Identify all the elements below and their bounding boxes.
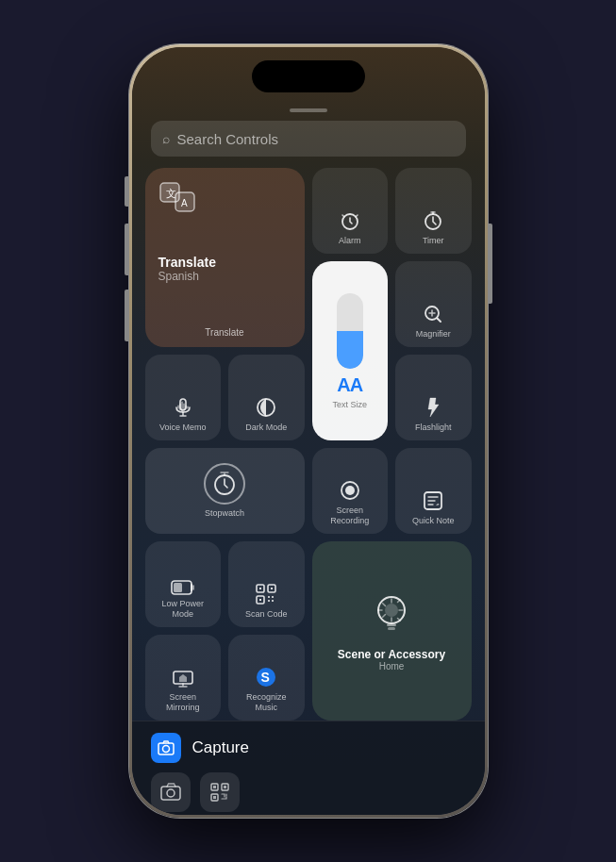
search-placeholder: Search Controls — [177, 131, 279, 147]
controls-area: 文 A Translate Spanish Translate — [145, 168, 472, 721]
translate-control[interactable]: 文 A Translate Spanish Translate — [145, 168, 305, 347]
alarm-icon — [339, 209, 361, 232]
capture-section[interactable]: Capture — [151, 733, 466, 763]
controls-grid: 文 A Translate Spanish Translate — [145, 168, 472, 721]
search-bar[interactable]: ⌕ Search Controls — [151, 121, 466, 157]
power-button[interactable] — [489, 224, 492, 304]
lowpower-label: Low PowerMode — [161, 599, 204, 620]
screenrecording-control[interactable]: ScreenRecording — [312, 448, 389, 534]
svg-rect-18 — [259, 588, 261, 589]
stopwatch-icon — [204, 463, 245, 505]
svg-rect-36 — [224, 786, 226, 788]
svg-rect-19 — [271, 588, 273, 589]
bottom-camera-icon[interactable] — [151, 772, 191, 812]
flashlight-icon — [422, 396, 444, 419]
svg-rect-23 — [387, 623, 396, 626]
scancode-label: Scan Code — [245, 609, 288, 620]
alarm-control[interactable]: Alarm — [312, 168, 389, 254]
svg-rect-20 — [259, 599, 261, 601]
shazam-icon: S — [255, 666, 277, 688]
volume-up-button[interactable] — [125, 224, 128, 275]
svg-rect-37 — [213, 796, 216, 799]
screenmirroring-icon — [172, 670, 194, 688]
timer-icon — [422, 209, 444, 232]
textsize-label: Text Size — [332, 400, 367, 409]
mute-button[interactable] — [125, 176, 128, 207]
screenmirroring-label: ScreenMirroring — [166, 692, 200, 713]
svg-rect-30 — [161, 787, 180, 800]
scancode-icon — [255, 583, 277, 605]
scancode-control[interactable]: Scan Code — [228, 541, 305, 627]
svg-text:A: A — [181, 198, 188, 208]
svg-rect-24 — [388, 627, 395, 630]
bottom-qr-icon[interactable] — [200, 772, 240, 812]
svg-point-29 — [162, 746, 169, 753]
shazam-control[interactable]: S RecognizeMusic — [228, 635, 305, 721]
voicememo-label: Voice Memo — [159, 423, 207, 433]
darkmode-icon — [255, 396, 277, 419]
magnifier-label: Magnifier — [416, 329, 451, 340]
svg-rect-35 — [213, 786, 216, 788]
svg-text:文: 文 — [166, 188, 176, 199]
volume-down-button[interactable] — [125, 290, 128, 341]
search-icon: ⌕ — [162, 131, 170, 146]
phone-frame: ⌕ Search Controls 文 A — [129, 44, 488, 818]
textsize-control[interactable]: AA Text Size — [312, 261, 389, 440]
quicknote-icon — [422, 489, 444, 512]
svg-rect-14 — [174, 583, 182, 592]
stopwatch-control[interactable]: Stopwatch — [145, 448, 305, 534]
quicknote-control[interactable]: Quick Note — [395, 448, 472, 534]
svg-text:S: S — [261, 670, 270, 685]
bottom-bar: Capture — [132, 721, 485, 815]
textsize-aa: AA — [337, 374, 362, 396]
phone-screen: ⌕ Search Controls 文 A — [132, 47, 485, 815]
scene-control[interactable]: Scene or Accessory Home — [312, 541, 472, 721]
lowpower-icon — [171, 580, 195, 595]
darkmode-label: Dark Mode — [245, 423, 287, 433]
alarm-label: Alarm — [339, 236, 361, 246]
shazam-label: RecognizeMusic — [246, 692, 287, 713]
svg-point-22 — [385, 604, 398, 617]
timer-control[interactable]: Timer — [395, 168, 472, 254]
translate-info: Translate Spanish — [158, 255, 216, 283]
voicememo-control[interactable]: Voice Memo — [145, 355, 222, 440]
capture-label: Capture — [192, 738, 249, 757]
quicknote-label: Quick Note — [412, 516, 455, 526]
bottom-icons-row — [151, 772, 466, 812]
magnifier-icon — [422, 303, 444, 325]
dynamic-island — [252, 60, 365, 92]
scene-icon — [371, 591, 412, 640]
flashlight-label: Flashlight — [415, 423, 452, 433]
translate-language: Spanish — [158, 270, 216, 283]
svg-point-11 — [345, 486, 355, 495]
textsize-slider — [337, 293, 363, 369]
screenmirroring-control[interactable]: ScreenMirroring — [145, 635, 222, 721]
screenrecording-icon — [339, 479, 361, 502]
flashlight-control[interactable]: Flashlight — [395, 355, 472, 440]
translate-title: Translate — [158, 255, 216, 270]
svg-rect-7 — [180, 399, 186, 410]
timer-label: Timer — [423, 236, 444, 246]
translate-icon: 文 A — [158, 181, 196, 213]
pull-indicator — [290, 108, 327, 112]
screen-background: ⌕ Search Controls 文 A — [132, 47, 485, 815]
capture-icon — [151, 733, 181, 763]
translate-footer-label: Translate — [205, 327, 243, 338]
screenrecording-label: ScreenRecording — [330, 506, 369, 526]
scene-sublabel: Home — [379, 661, 405, 671]
darkmode-control[interactable]: Dark Mode — [228, 355, 305, 440]
svg-point-31 — [167, 789, 175, 797]
scene-name: Scene or Accessory — [338, 648, 445, 661]
lowpower-control[interactable]: Low PowerMode — [145, 541, 222, 627]
magnifier-control[interactable]: Magnifier — [395, 261, 472, 347]
stopwatch-label: Stopwatch — [205, 508, 244, 519]
voicememo-icon — [172, 396, 194, 419]
